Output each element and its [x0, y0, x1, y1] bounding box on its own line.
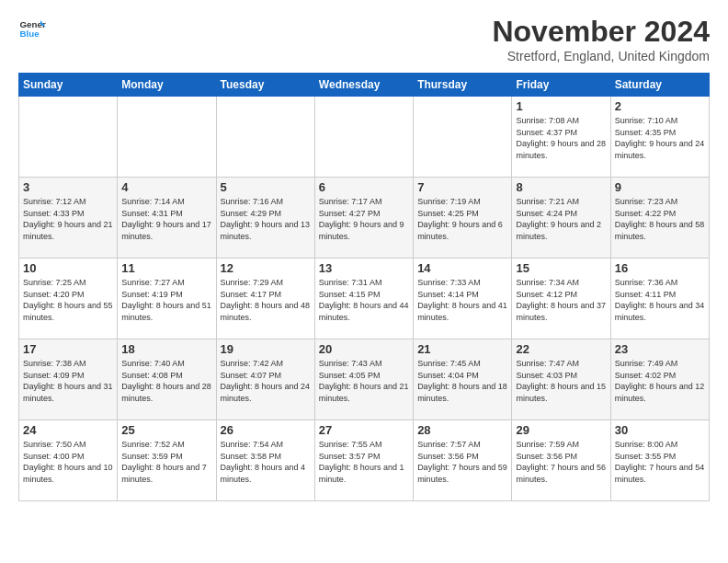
day-info: Sunrise: 7:59 AM Sunset: 3:56 PM Dayligh… [516, 439, 606, 485]
calendar-cell: 30Sunrise: 8:00 AM Sunset: 3:55 PM Dayli… [610, 420, 709, 501]
calendar-cell: 22Sunrise: 7:47 AM Sunset: 4:03 PM Dayli… [512, 339, 610, 420]
logo: General Blue [18, 15, 46, 42]
day-info: Sunrise: 7:33 AM Sunset: 4:14 PM Dayligh… [417, 277, 507, 323]
calendar-cell [414, 97, 512, 178]
day-number: 19 [221, 342, 311, 356]
day-number: 11 [121, 261, 211, 275]
calendar-cell: 14Sunrise: 7:33 AM Sunset: 4:14 PM Dayli… [414, 259, 512, 339]
calendar-cell: 20Sunrise: 7:43 AM Sunset: 4:05 PM Dayli… [314, 339, 413, 420]
calendar-week-2: 10Sunrise: 7:25 AM Sunset: 4:20 PM Dayli… [19, 259, 710, 339]
day-number: 12 [221, 261, 311, 275]
day-info: Sunrise: 7:34 AM Sunset: 4:12 PM Dayligh… [516, 277, 606, 323]
day-info: Sunrise: 7:29 AM Sunset: 4:17 PM Dayligh… [221, 277, 311, 323]
day-number: 25 [121, 423, 211, 437]
calendar-table: Sunday Monday Tuesday Wednesday Thursday… [18, 73, 710, 501]
header: General Blue November 2024 Stretford, En… [18, 15, 710, 63]
calendar-cell: 10Sunrise: 7:25 AM Sunset: 4:20 PM Dayli… [19, 259, 118, 339]
day-number: 10 [23, 261, 113, 275]
day-info: Sunrise: 7:23 AM Sunset: 4:22 PM Dayligh… [615, 196, 705, 242]
logo-icon: General Blue [18, 15, 46, 42]
day-number: 14 [417, 261, 507, 275]
calendar-week-1: 3Sunrise: 7:12 AM Sunset: 4:33 PM Daylig… [19, 178, 710, 259]
calendar-cell [314, 97, 413, 178]
location: Stretford, England, United Kingdom [492, 49, 710, 63]
calendar-cell: 7Sunrise: 7:19 AM Sunset: 4:25 PM Daylig… [414, 178, 512, 259]
day-info: Sunrise: 7:19 AM Sunset: 4:25 PM Dayligh… [417, 196, 507, 242]
svg-text:Blue: Blue [20, 29, 40, 39]
day-info: Sunrise: 7:14 AM Sunset: 4:31 PM Dayligh… [121, 196, 211, 242]
day-number: 20 [319, 342, 409, 356]
day-number: 18 [121, 342, 211, 356]
calendar-cell: 11Sunrise: 7:27 AM Sunset: 4:19 PM Dayli… [118, 259, 216, 339]
day-info: Sunrise: 7:47 AM Sunset: 4:03 PM Dayligh… [516, 358, 606, 404]
day-number: 21 [417, 342, 507, 356]
calendar-cell: 12Sunrise: 7:29 AM Sunset: 4:17 PM Dayli… [216, 259, 314, 339]
calendar-cell: 16Sunrise: 7:36 AM Sunset: 4:11 PM Dayli… [610, 259, 709, 339]
day-info: Sunrise: 7:54 AM Sunset: 3:58 PM Dayligh… [221, 439, 311, 485]
calendar-cell: 28Sunrise: 7:57 AM Sunset: 3:56 PM Dayli… [414, 420, 512, 501]
calendar-cell: 9Sunrise: 7:23 AM Sunset: 4:22 PM Daylig… [610, 178, 709, 259]
day-info: Sunrise: 7:21 AM Sunset: 4:24 PM Dayligh… [516, 196, 606, 242]
day-number: 22 [516, 342, 606, 356]
day-number: 29 [516, 423, 606, 437]
day-number: 3 [23, 180, 113, 194]
day-number: 17 [23, 342, 113, 356]
day-info: Sunrise: 7:40 AM Sunset: 4:08 PM Dayligh… [121, 358, 211, 404]
day-number: 23 [615, 342, 705, 356]
day-info: Sunrise: 7:45 AM Sunset: 4:04 PM Dayligh… [417, 358, 507, 404]
day-number: 7 [417, 180, 507, 194]
calendar-week-4: 24Sunrise: 7:50 AM Sunset: 4:00 PM Dayli… [19, 420, 710, 501]
calendar-cell: 13Sunrise: 7:31 AM Sunset: 4:15 PM Dayli… [314, 259, 413, 339]
calendar-cell: 1Sunrise: 7:08 AM Sunset: 4:37 PM Daylig… [512, 97, 610, 178]
day-info: Sunrise: 7:08 AM Sunset: 4:37 PM Dayligh… [516, 115, 606, 161]
day-info: Sunrise: 7:49 AM Sunset: 4:02 PM Dayligh… [615, 358, 705, 404]
calendar-cell [19, 97, 118, 178]
day-number: 5 [221, 180, 311, 194]
calendar-cell: 8Sunrise: 7:21 AM Sunset: 4:24 PM Daylig… [512, 178, 610, 259]
calendar-cell: 26Sunrise: 7:54 AM Sunset: 3:58 PM Dayli… [216, 420, 314, 501]
day-info: Sunrise: 7:55 AM Sunset: 3:57 PM Dayligh… [319, 439, 409, 485]
calendar-cell: 6Sunrise: 7:17 AM Sunset: 4:27 PM Daylig… [314, 178, 413, 259]
day-info: Sunrise: 7:43 AM Sunset: 4:05 PM Dayligh… [319, 358, 409, 404]
day-number: 9 [615, 180, 705, 194]
calendar-cell: 24Sunrise: 7:50 AM Sunset: 4:00 PM Dayli… [19, 420, 118, 501]
header-wednesday: Wednesday [314, 74, 413, 97]
calendar-cell: 2Sunrise: 7:10 AM Sunset: 4:35 PM Daylig… [610, 97, 709, 178]
calendar-cell [216, 97, 314, 178]
day-number: 1 [516, 99, 606, 113]
day-info: Sunrise: 8:00 AM Sunset: 3:55 PM Dayligh… [615, 439, 705, 485]
day-info: Sunrise: 7:52 AM Sunset: 3:59 PM Dayligh… [121, 439, 211, 485]
calendar-cell: 23Sunrise: 7:49 AM Sunset: 4:02 PM Dayli… [610, 339, 709, 420]
day-number: 4 [121, 180, 211, 194]
day-info: Sunrise: 7:25 AM Sunset: 4:20 PM Dayligh… [23, 277, 113, 323]
day-number: 27 [319, 423, 409, 437]
calendar-cell: 19Sunrise: 7:42 AM Sunset: 4:07 PM Dayli… [216, 339, 314, 420]
day-number: 24 [23, 423, 113, 437]
day-number: 26 [221, 423, 311, 437]
calendar-week-0: 1Sunrise: 7:08 AM Sunset: 4:37 PM Daylig… [19, 97, 710, 178]
day-info: Sunrise: 7:16 AM Sunset: 4:29 PM Dayligh… [221, 196, 311, 242]
day-number: 30 [615, 423, 705, 437]
day-number: 28 [417, 423, 507, 437]
day-number: 8 [516, 180, 606, 194]
calendar-cell: 4Sunrise: 7:14 AM Sunset: 4:31 PM Daylig… [118, 178, 216, 259]
header-saturday: Saturday [610, 74, 709, 97]
day-info: Sunrise: 7:42 AM Sunset: 4:07 PM Dayligh… [221, 358, 311, 404]
header-monday: Monday [118, 74, 216, 97]
day-info: Sunrise: 7:12 AM Sunset: 4:33 PM Dayligh… [23, 196, 113, 242]
day-number: 6 [319, 180, 409, 194]
calendar-cell [118, 97, 216, 178]
day-info: Sunrise: 7:10 AM Sunset: 4:35 PM Dayligh… [615, 115, 705, 161]
calendar-cell: 18Sunrise: 7:40 AM Sunset: 4:08 PM Dayli… [118, 339, 216, 420]
page: General Blue November 2024 Stretford, En… [0, 0, 728, 563]
day-info: Sunrise: 7:17 AM Sunset: 4:27 PM Dayligh… [319, 196, 409, 242]
day-info: Sunrise: 7:27 AM Sunset: 4:19 PM Dayligh… [121, 277, 211, 323]
calendar-header-row: Sunday Monday Tuesday Wednesday Thursday… [19, 74, 710, 97]
day-number: 2 [615, 99, 705, 113]
month-title: November 2024 [492, 15, 710, 49]
calendar-cell: 27Sunrise: 7:55 AM Sunset: 3:57 PM Dayli… [314, 420, 413, 501]
calendar-cell: 17Sunrise: 7:38 AM Sunset: 4:09 PM Dayli… [19, 339, 118, 420]
day-number: 16 [615, 261, 705, 275]
day-info: Sunrise: 7:57 AM Sunset: 3:56 PM Dayligh… [417, 439, 507, 485]
calendar-cell: 3Sunrise: 7:12 AM Sunset: 4:33 PM Daylig… [19, 178, 118, 259]
